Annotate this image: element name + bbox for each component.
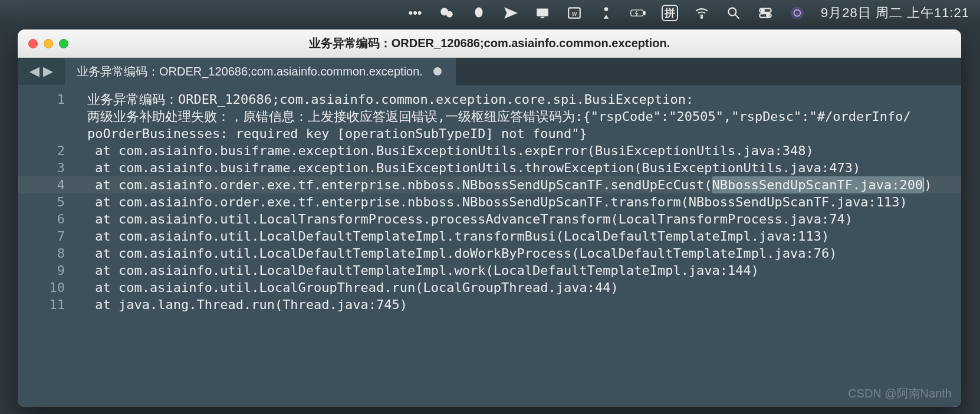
svg-rect-3: [537, 8, 548, 16]
tab-row: ◀ ▶ 业务异常编码：ORDER_120686;com.asiainfo.com…: [18, 58, 961, 85]
display-icon[interactable]: [534, 5, 551, 21]
wechat-icon[interactable]: [439, 5, 455, 21]
svg-point-1: [446, 11, 453, 18]
code-line[interactable]: at com.asiainfo.util.LocalTransformProce…: [87, 211, 949, 228]
tab-nav-arrows[interactable]: ◀ ▶: [18, 58, 65, 85]
overflow-icon[interactable]: •••: [407, 5, 423, 21]
gutter-line: 5: [18, 193, 65, 211]
code-line[interactable]: at com.asiainfo.busiframe.exception.Busi…: [87, 159, 949, 176]
code-line[interactable]: at java.lang.Thread.run(Thread.java:745): [87, 296, 949, 313]
tab-dirty-indicator: [433, 67, 442, 75]
code-line[interactable]: at com.asiainfo.util.LocalDefaultTemplat…: [87, 262, 949, 279]
gutter-line: 1: [18, 91, 65, 142]
svg-point-15: [762, 9, 764, 12]
nav-back-icon[interactable]: ◀: [29, 64, 40, 79]
paper-plane-icon[interactable]: [502, 5, 519, 21]
zoom-button[interactable]: [59, 39, 68, 48]
code-line[interactable]: 两级业务补助处理失败：，原错信息：上发接收应答返回错误,一级枢纽应答错误码为:{…: [87, 108, 949, 125]
code-line[interactable]: 业务异常编码：ORDER_120686;com.asiainfo.common.…: [87, 91, 949, 108]
code-line[interactable]: at com.asiainfo.util.LocalDefaultTemplat…: [87, 228, 949, 245]
code-content[interactable]: 业务异常编码：ORDER_120686;com.asiainfo.common.…: [77, 85, 961, 407]
line-gutter: 1234567891011: [18, 85, 77, 407]
svg-point-17: [791, 6, 804, 19]
gutter-line: 2: [18, 142, 65, 159]
svg-rect-4: [541, 17, 545, 18]
siri-icon[interactable]: [789, 5, 805, 21]
figure-icon[interactable]: [598, 5, 614, 21]
wifi-icon[interactable]: [693, 5, 710, 21]
svg-rect-9: [644, 11, 646, 14]
gutter-line: 7: [18, 228, 65, 245]
nav-forward-icon[interactable]: ▶: [43, 64, 53, 79]
code-line[interactable]: at com.asiainfo.busiframe.exception.Busi…: [87, 142, 949, 159]
spotlight-icon[interactable]: [725, 5, 742, 21]
menubar-datetime[interactable]: 9月28日 周二 上午11:21: [821, 4, 969, 22]
text-caret: [923, 178, 924, 192]
gutter-line: 3: [18, 159, 65, 176]
code-line[interactable]: at com.asiainfo.order.exe.tf.enterprise.…: [87, 176, 949, 193]
editor-window: 业务异常编码：ORDER_120686;com.asiainfo.common.…: [18, 29, 961, 407]
editor-tab[interactable]: 业务异常编码：ORDER_120686;com.asiainfo.common.…: [65, 58, 456, 85]
macos-menubar: ••• w 拼 9月28日 周二 上午11:21: [0, 0, 980, 26]
svg-point-7: [604, 7, 609, 11]
window-title: 业务异常编码：ORDER_120686;com.asiainfo.common.…: [18, 35, 961, 51]
svg-point-16: [767, 14, 769, 17]
gutter-line: 8: [18, 245, 65, 262]
svg-point-11: [728, 8, 736, 15]
window-titlebar[interactable]: 业务异常编码：ORDER_120686;com.asiainfo.common.…: [18, 29, 961, 58]
svg-point-10: [701, 17, 703, 18]
ime-indicator[interactable]: 拼: [662, 5, 678, 21]
text-selection: NBbossSendUpScanTF.java:200: [712, 176, 923, 193]
control-center-icon[interactable]: [757, 5, 774, 21]
editor-area[interactable]: 1234567891011 业务异常编码：ORDER_120686;com.as…: [18, 85, 961, 407]
close-button[interactable]: [28, 39, 38, 48]
svg-point-2: [475, 7, 483, 17]
gutter-line: 11: [18, 296, 65, 313]
gutter-line: 4: [18, 176, 65, 193]
battery-charging-icon[interactable]: [630, 5, 646, 21]
traffic-lights: [18, 39, 68, 48]
qq-icon[interactable]: [471, 5, 487, 21]
gutter-line: 9: [18, 262, 65, 279]
word-icon[interactable]: w: [566, 5, 583, 21]
gutter-line: 6: [18, 211, 65, 228]
code-line[interactable]: at com.asiainfo.util.LocalDefaultTemplat…: [87, 245, 949, 262]
code-line[interactable]: poOrderBusinesses: required key [operati…: [87, 125, 949, 142]
code-line[interactable]: at com.asiainfo.order.exe.tf.enterprise.…: [87, 193, 949, 211]
code-line[interactable]: at com.asiainfo.util.LocalGroupThread.ru…: [87, 279, 949, 296]
tab-label: 业务异常编码：ORDER_120686;com.asiainfo.common.…: [77, 64, 423, 80]
svg-line-12: [735, 15, 739, 19]
minimize-button[interactable]: [44, 39, 53, 48]
gutter-line: 10: [18, 279, 65, 296]
svg-text:w: w: [571, 9, 577, 18]
svg-rect-8: [631, 10, 643, 16]
